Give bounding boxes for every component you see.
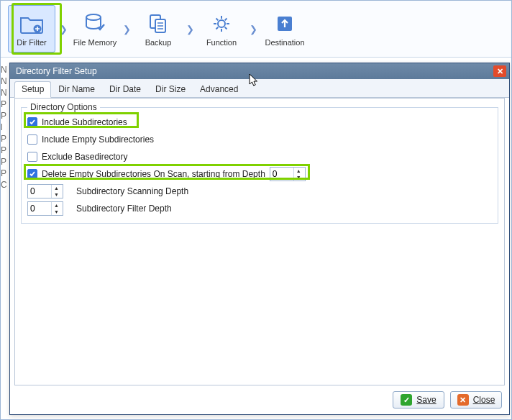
chevron-right-icon: ❯ [57,5,70,52]
row-delete-empty: Delete Empty Subdirectories On Scan, sta… [27,165,492,183]
spinner-delete-depth[interactable]: ▲▼ [270,167,306,181]
spinner-input[interactable] [28,202,51,215]
tab-advanced[interactable]: Advanced [193,81,245,98]
spin-down-icon[interactable]: ▼ [52,209,61,215]
tool-label: Dir Filter [17,38,47,47]
group-title: Directory Options [27,102,100,112]
save-label: Save [416,395,436,405]
spinner-scan-depth[interactable]: ▲▼ [27,184,63,198]
label-include-sub: Include Subdirectories [42,117,127,127]
svg-point-4 [218,20,225,27]
close-icon[interactable]: ✕ [493,65,506,77]
tool-function[interactable]: Function [198,5,245,52]
checkbox-delete-empty[interactable] [27,169,37,179]
tab-dir-date[interactable]: Dir Date [102,81,148,98]
tab-setup[interactable]: Setup [14,81,51,98]
tool-backup[interactable]: Backup [134,5,182,52]
tool-label: Backup [145,38,172,47]
label-include-empty: Include Empty Subdirectories [42,134,154,145]
label-scan-depth: Subdirectory Scanning Depth [76,186,188,196]
row-filter-depth: ▲▼ Subdirectory Filter Depth [27,200,492,217]
tab-dir-name[interactable]: Dir Name [51,81,102,98]
tool-dir-filter[interactable]: Dir Filter [8,5,55,52]
checkbox-include-empty[interactable] [27,134,37,145]
checkbox-exclude-base[interactable] [27,152,37,162]
group-directory-options: Directory Options Include Subdirectories… [21,107,498,224]
close-button[interactable]: ✕ Close [450,391,502,408]
tool-destination[interactable]: Destination [261,5,308,52]
spin-down-icon[interactable]: ▼ [294,174,303,181]
copy-icon [145,11,171,37]
folder-plus-icon [19,11,45,37]
save-button[interactable]: ✓ Save [393,391,444,408]
x-icon: ✕ [457,394,469,406]
dialog-footer: ✓ Save ✕ Close [393,391,502,408]
row-exclude-base: Exclude Basedirectory [27,148,492,165]
spinner-filter-depth[interactable]: ▲▼ [27,201,63,216]
dialog-title: Directory Filter Setup [16,66,493,76]
tool-file-memory[interactable]: File Memory [71,5,119,52]
spin-up-icon[interactable]: ▲ [52,202,61,209]
row-include-sub: Include Subdirectories [27,114,492,131]
tool-label: Function [206,38,237,47]
svg-point-1 [86,14,101,20]
tool-label: File Memory [73,38,117,47]
close-label: Close [473,395,495,405]
titlebar: Directory Filter Setup ✕ [10,63,509,79]
label-delete-empty: Delete Empty Subdirectories On Scan, sta… [42,169,265,179]
upload-icon [272,11,298,37]
spin-up-icon[interactable]: ▲ [294,168,303,174]
tool-label: Destination [265,38,304,47]
database-check-icon [82,11,108,37]
row-include-empty: Include Empty Subdirectories [27,131,492,148]
spinner-input[interactable] [28,185,51,198]
spinner-input[interactable] [270,168,293,181]
tabs: Setup Dir Name Dir Date Dir Size Advance… [10,79,509,98]
checkbox-include-sub[interactable] [27,117,37,127]
tab-dir-size[interactable]: Dir Size [148,81,193,98]
row-scan-depth: ▲▼ Subdirectory Scanning Depth [27,183,492,200]
chevron-right-icon: ❯ [120,5,133,52]
label-exclude-base: Exclude Basedirectory [42,152,127,162]
spin-down-icon[interactable]: ▼ [52,191,61,198]
gear-icon [209,11,234,37]
chevron-right-icon: ❯ [247,5,260,52]
toolbar: Dir Filter ❯ File Memory ❯ Backup ❯ Func… [1,1,511,58]
label-filter-depth: Subdirectory Filter Depth [76,204,172,214]
setup-panel: Directory Options Include Subdirectories… [14,98,505,385]
dialog-directory-filter-setup: Directory Filter Setup ✕ Setup Dir Name … [9,63,510,415]
check-icon: ✓ [401,394,412,406]
chevron-right-icon: ❯ [183,5,196,52]
spin-up-icon[interactable]: ▲ [52,185,61,191]
